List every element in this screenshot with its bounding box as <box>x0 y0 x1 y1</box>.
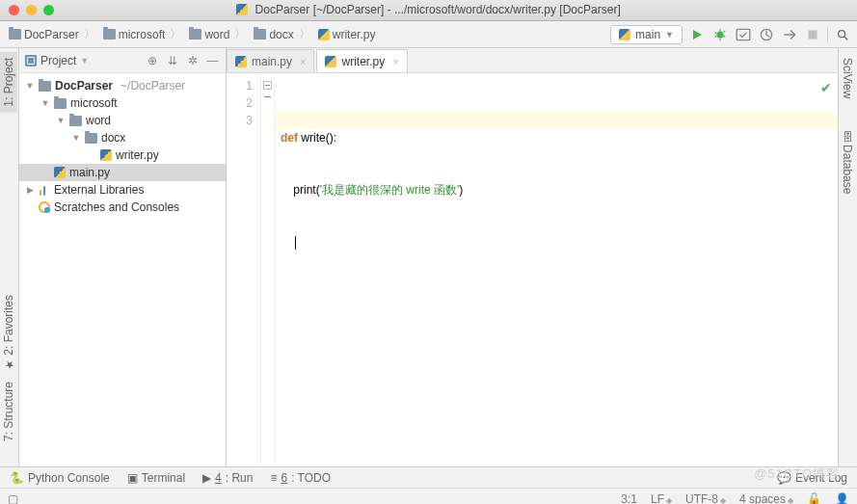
close-tab-icon[interactable]: × <box>392 56 398 67</box>
tree-label: main.py <box>69 166 110 179</box>
bottom-toolbar: 🐍 Python Console ▣ Terminal ▶ 4: Run ≡ 6… <box>0 466 857 488</box>
search-button[interactable] <box>834 26 851 43</box>
folder-icon <box>69 116 82 126</box>
stop-button[interactable] <box>804 26 821 43</box>
tree-path: ~/DocParser <box>121 79 185 93</box>
folder-icon <box>9 29 21 40</box>
inspection-ok-icon: ✔ <box>820 79 832 96</box>
python-file-icon <box>318 29 330 40</box>
readonly-lock-icon[interactable]: 🔓 <box>807 492 821 505</box>
event-log-button[interactable]: 💬 Event Log <box>777 471 847 485</box>
tree-node[interactable]: main.py <box>19 164 226 181</box>
project-panel-header: Project ▼ ⊕ ⇊ ✲ — <box>19 48 226 73</box>
attach-button[interactable] <box>781 26 798 43</box>
tree-arrow-icon[interactable]: ▶ <box>25 185 35 195</box>
editor-area: main.py× writer.py× 123 def write(): pri… <box>227 48 838 466</box>
run-toolwindow-button[interactable]: ▶ 4: Run <box>202 471 253 485</box>
python-file-icon <box>54 167 66 178</box>
folder-icon <box>85 133 97 144</box>
breadcrumb-item[interactable]: microsoft〉 <box>100 24 185 44</box>
editor-tabs: main.py× writer.py× <box>227 48 838 73</box>
breadcrumb-item[interactable]: docx〉 <box>251 24 312 44</box>
quick-panel-icon[interactable]: ▢ <box>8 492 18 505</box>
todo-button[interactable]: ≡ 6: TODO <box>270 471 331 485</box>
tree-node[interactable]: Scratches and Consoles <box>19 199 226 216</box>
line-numbers: 123 <box>227 73 261 466</box>
tree-node[interactable]: writer.py <box>19 146 226 164</box>
terminal-button[interactable]: ▣ Terminal <box>127 471 185 485</box>
breadcrumb-item[interactable]: word〉 <box>186 24 249 44</box>
navigation-bar: DocParser〉 microsoft〉 word〉 docx〉 writer… <box>0 21 857 48</box>
file-encoding[interactable]: UTF-8◆ <box>685 492 726 505</box>
tool-tab-project[interactable]: 1: Project <box>0 52 17 113</box>
svg-rect-3 <box>809 30 817 39</box>
tree-node[interactable]: ▼DocParser~/DocParser <box>19 77 226 94</box>
inspector-icon[interactable]: 👤 <box>835 492 849 505</box>
fold-marker-icon[interactable] <box>263 81 272 90</box>
tree-node[interactable]: ▼microsoft <box>19 94 226 112</box>
profile-button[interactable] <box>758 26 775 43</box>
fold-gutter <box>261 73 275 466</box>
svg-point-0 <box>717 31 724 38</box>
indent-config[interactable]: 4 spaces◆ <box>739 492 793 505</box>
project-panel-title[interactable]: Project ▼ <box>25 54 89 67</box>
folder-icon <box>39 81 51 92</box>
python-console-button[interactable]: 🐍 Python Console <box>10 471 110 485</box>
tree-node[interactable]: ▶External Libraries <box>19 181 226 199</box>
svg-point-4 <box>839 30 845 37</box>
code-editor[interactable]: 123 def write(): print('我是藏的很深的 write 函数… <box>227 73 838 466</box>
tree-node[interactable]: ▼docx <box>19 129 226 146</box>
run-coverage-button[interactable] <box>735 26 752 43</box>
scratches-icon <box>39 201 50 213</box>
tool-tab-sciview[interactable]: SciView <box>839 52 856 104</box>
folder-icon <box>54 98 67 109</box>
line-separator[interactable]: LF◆ <box>651 492 672 505</box>
left-tool-strip: 1: Project ★ 2: Favorites 7: Structure <box>0 48 19 466</box>
breadcrumb-item[interactable]: DocParser〉 <box>6 24 98 44</box>
run-config-selector[interactable]: main ▼ <box>610 25 683 44</box>
debug-button[interactable] <box>711 26 729 43</box>
tree-arrow-icon[interactable]: ▼ <box>56 116 66 125</box>
settings-icon[interactable]: ✲ <box>185 54 200 67</box>
run-button[interactable] <box>688 26 706 43</box>
tool-tab-database[interactable]: 🗄 Database <box>839 125 856 199</box>
play-icon <box>693 30 702 40</box>
python-file-icon <box>235 56 247 67</box>
hide-icon[interactable]: — <box>205 54 220 67</box>
locate-icon[interactable]: ⊕ <box>145 54 159 67</box>
project-sidebar: Project ▼ ⊕ ⇊ ✲ — ▼DocParser~/DocParser▼… <box>19 48 227 466</box>
tree-label: microsoft <box>70 96 118 110</box>
fold-marker-icon[interactable] <box>263 93 272 102</box>
project-icon <box>25 55 37 66</box>
breadcrumb-item[interactable]: writer.py <box>315 26 379 43</box>
tool-tab-structure[interactable]: 7: Structure <box>0 376 17 447</box>
editor-tab-active[interactable]: writer.py× <box>316 49 407 72</box>
toolbar-right: main ▼ <box>610 25 851 44</box>
close-tab-icon[interactable]: × <box>300 56 306 67</box>
svg-rect-1 <box>736 29 750 40</box>
folder-icon <box>254 29 266 40</box>
tree-arrow-icon[interactable]: ▼ <box>25 81 35 91</box>
editor-tab[interactable]: main.py× <box>227 49 314 72</box>
code-content[interactable]: def write(): print('我是藏的很深的 write 函数') ✔ <box>275 73 838 466</box>
python-file-icon <box>100 149 112 161</box>
project-tree[interactable]: ▼DocParser~/DocParser▼microsoft▼word▼doc… <box>19 73 226 466</box>
tree-label: Scratches and Consoles <box>54 200 179 214</box>
tree-arrow-icon[interactable]: ▼ <box>71 133 81 143</box>
tree-label: External Libraries <box>54 183 144 197</box>
collapse-icon[interactable]: ⇊ <box>165 54 179 67</box>
tree-arrow-icon[interactable]: ▼ <box>40 98 50 108</box>
right-tool-strip: SciView 🗄 Database <box>838 48 857 466</box>
tree-node[interactable]: ▼word <box>19 112 226 129</box>
window-title: DocParser [~/DocParser] - .../microsoft/… <box>0 3 857 18</box>
chevron-down-icon: ▼ <box>665 30 674 40</box>
breadcrumbs: DocParser〉 microsoft〉 word〉 docx〉 writer… <box>6 24 610 44</box>
status-bar: ▢ 3:1 LF◆ UTF-8◆ 4 spaces◆ 🔓 👤 <box>0 488 857 504</box>
tree-label: docx <box>101 131 125 145</box>
folder-icon <box>189 29 201 40</box>
file-icon <box>236 4 248 15</box>
caret-position[interactable]: 3:1 <box>621 492 637 505</box>
tool-tab-favorites[interactable]: ★ 2: Favorites <box>0 289 17 377</box>
tree-label: DocParser <box>55 79 113 93</box>
titlebar: DocParser [~/DocParser] - .../microsoft/… <box>0 0 857 21</box>
